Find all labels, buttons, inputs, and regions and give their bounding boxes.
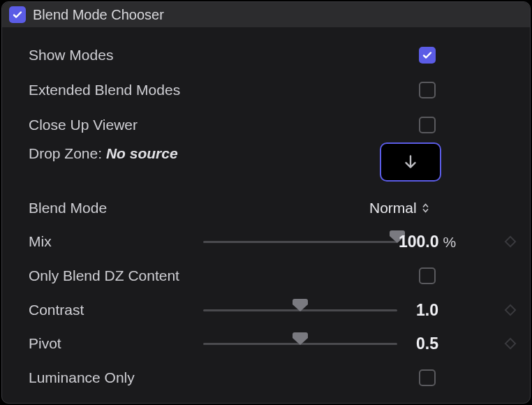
only-blend-dz-checkbox[interactable] — [419, 267, 436, 284]
show-modes-row: Show Modes — [29, 38, 522, 73]
mix-slider[interactable] — [203, 233, 397, 250]
pivot-row: Pivot 0.5 — [29, 327, 522, 360]
blend-mode-chooser-panel: Blend Mode Chooser Show Modes Extended B… — [1, 1, 531, 404]
close-up-viewer-row: Close Up Viewer — [29, 108, 522, 142]
blend-mode-dropdown[interactable]: Normal — [369, 200, 430, 216]
contrast-slider[interactable] — [203, 302, 397, 318]
luminance-only-row: Luminance Only — [29, 360, 522, 395]
only-blend-dz-row: Only Blend DZ Content — [29, 258, 522, 293]
check-icon — [12, 9, 23, 20]
chevron-updown-icon — [421, 202, 430, 214]
close-up-viewer-label: Close Up Viewer — [29, 117, 138, 133]
mix-unit: % — [443, 234, 456, 251]
extended-blend-modes-checkbox[interactable] — [419, 82, 436, 98]
blend-mode-value: Normal — [369, 200, 417, 216]
mix-row: Mix 100.0 % — [29, 225, 522, 258]
contrast-value: 1.0 — [416, 301, 438, 320]
panel-header: Blend Mode Chooser — [2, 2, 530, 28]
extended-blend-modes-label: Extended Blend Modes — [29, 82, 180, 98]
contrast-value-area[interactable]: 1.0 — [382, 301, 473, 320]
mix-label: Mix — [29, 233, 52, 250]
luminance-only-checkbox[interactable] — [419, 369, 436, 386]
panel-enable-checkbox[interactable] — [9, 6, 26, 23]
luminance-only-label: Luminance Only — [29, 369, 135, 386]
pivot-slider[interactable] — [203, 335, 397, 352]
contrast-row: Contrast 1.0 — [29, 293, 522, 327]
mix-keyframe-diamond[interactable] — [505, 236, 517, 248]
drop-zone-row: Drop Zone: No source — [29, 142, 522, 191]
pivot-value-area[interactable]: 0.5 — [382, 334, 473, 353]
pivot-value: 0.5 — [416, 334, 438, 353]
drop-zone-button[interactable] — [380, 142, 441, 182]
pivot-keyframe-diamond[interactable] — [505, 338, 517, 350]
arrow-down-icon — [401, 153, 420, 171]
check-icon — [422, 50, 433, 61]
show-modes-checkbox[interactable] — [419, 47, 436, 64]
mix-value: 100.0 — [399, 233, 439, 251]
mix-value-area[interactable]: 100.0 % — [382, 233, 473, 251]
close-up-viewer-checkbox[interactable] — [419, 117, 436, 133]
blend-mode-label: Blend Mode — [29, 200, 107, 216]
panel-title: Blend Mode Chooser — [33, 7, 164, 23]
contrast-keyframe-diamond[interactable] — [505, 304, 517, 316]
extended-blend-modes-row: Extended Blend Modes — [29, 73, 522, 108]
panel-body: Show Modes Extended Blend Modes Close Up… — [2, 28, 530, 395]
drop-zone-value: No source — [106, 145, 178, 161]
drop-zone-label: Drop Zone: No source — [29, 145, 178, 162]
pivot-label: Pivot — [29, 335, 61, 352]
show-modes-label: Show Modes — [29, 47, 113, 64]
only-blend-dz-label: Only Blend DZ Content — [29, 267, 179, 284]
contrast-label: Contrast — [29, 302, 84, 318]
blend-mode-row: Blend Mode Normal — [29, 191, 522, 225]
